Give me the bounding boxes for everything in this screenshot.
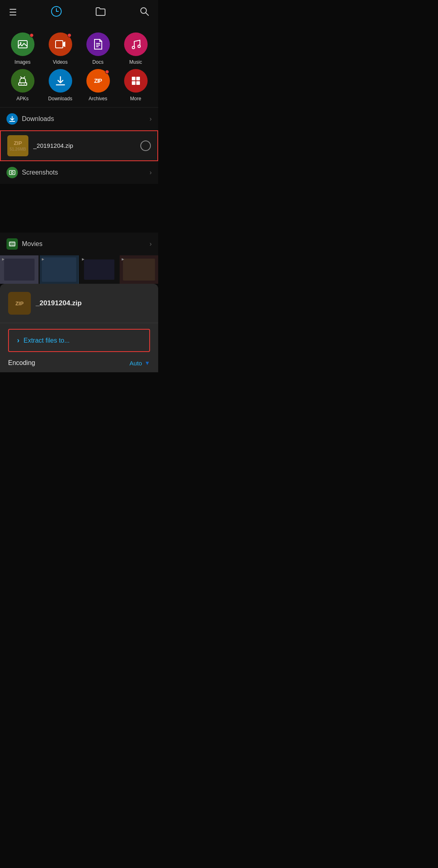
- screenshots-chevron: ›: [150, 169, 152, 176]
- svg-point-15: [24, 84, 25, 84]
- svg-point-14: [21, 84, 21, 84]
- file-select-circle[interactable]: [140, 140, 151, 151]
- more-icon: [124, 69, 148, 93]
- apks-icon: [11, 69, 34, 93]
- svg-point-11: [132, 46, 135, 49]
- movie-thumb-1[interactable]: ▶: [0, 255, 39, 284]
- movies-thumbnails: ▶ ▶ ▶ ▶: [0, 255, 158, 284]
- movies-section-icon: [6, 238, 18, 250]
- svg-text:▶: ▶: [42, 257, 45, 261]
- images-label: Images: [15, 59, 30, 65]
- music-label: Music: [129, 59, 142, 65]
- extract-files-button[interactable]: › Extract files to...: [8, 329, 150, 352]
- videos-icon: [49, 32, 72, 56]
- app-header: ☰: [0, 0, 158, 25]
- movies-section-title: Movies: [22, 240, 43, 248]
- screenshots-section-left: Screenshots: [6, 167, 58, 178]
- screenshots-section-wrapper: Screenshots ›: [0, 161, 158, 184]
- downloads-chevron: ›: [150, 115, 152, 123]
- encoding-dropdown-icon: ▼: [144, 360, 150, 366]
- downloads-section-icon: [6, 113, 18, 125]
- svg-rect-36: [4, 259, 34, 281]
- svg-point-25: [11, 172, 13, 174]
- svg-rect-45: [123, 259, 155, 281]
- movie-thumb-4[interactable]: ▶: [120, 255, 158, 284]
- search-icon[interactable]: [140, 6, 149, 19]
- zip-file-row[interactable]: ZIP 51.26MB _20191204.zip: [0, 130, 158, 161]
- svg-line-4: [146, 13, 148, 16]
- archives-icon: ZIP: [86, 69, 110, 93]
- category-archives[interactable]: ZIP Archives: [81, 69, 115, 101]
- movies-section-header[interactable]: Movies ›: [0, 233, 158, 255]
- svg-rect-7: [56, 41, 63, 48]
- category-more[interactable]: More: [119, 69, 152, 101]
- svg-rect-22: [136, 81, 140, 85]
- zip-thumb-label: ZIP: [14, 140, 22, 146]
- downloads-section-left: Downloads: [6, 113, 54, 125]
- encoding-row: Encoding Auto ▼: [0, 352, 158, 372]
- bottom-sheet-filename: _20191204.zip: [36, 299, 82, 307]
- svg-rect-19: [132, 77, 135, 80]
- category-videos[interactable]: Videos: [43, 32, 77, 65]
- folder-icon[interactable]: [95, 6, 106, 19]
- svg-rect-42: [84, 259, 114, 280]
- category-downloads[interactable]: Downloads: [43, 69, 77, 101]
- screenshots-section-title: Screenshots: [22, 169, 58, 176]
- svg-rect-24: [9, 171, 15, 175]
- docs-icon: [86, 32, 110, 56]
- svg-rect-21: [132, 81, 135, 85]
- downloads-section-title: Downloads: [22, 115, 54, 123]
- category-images[interactable]: Images: [6, 32, 39, 65]
- svg-text:▶: ▶: [2, 257, 5, 261]
- clock-icon[interactable]: [51, 6, 62, 19]
- movies-section-left: Movies: [6, 238, 43, 250]
- movies-section: Movies › ▶ ▶ ▶: [0, 233, 158, 284]
- docs-label: Docs: [92, 59, 103, 65]
- content-spacer: [0, 184, 158, 233]
- extract-files-label: Extract files to...: [24, 337, 70, 344]
- category-grid: Images Videos Docs: [0, 25, 158, 107]
- movie-thumb-2[interactable]: ▶: [40, 255, 78, 284]
- music-icon: [124, 32, 148, 56]
- movie-thumb-3[interactable]: ▶: [80, 255, 118, 284]
- apks-label: APKs: [16, 96, 28, 101]
- svg-rect-5: [18, 41, 27, 48]
- bottom-sheet-header: ZIP _20191204.zip: [0, 292, 158, 323]
- downloads-section-header[interactable]: Downloads ›: [0, 108, 158, 130]
- screenshots-section-header[interactable]: Screenshots ›: [0, 161, 158, 184]
- zip-thumb-size: 51.26MB: [10, 147, 26, 151]
- encoding-value-row[interactable]: Auto ▼: [129, 360, 150, 367]
- file-name: _20191204.zip: [33, 142, 73, 149]
- archives-label: Archives: [88, 96, 107, 101]
- file-info: _20191204.zip: [33, 142, 135, 149]
- downloads-icon: [49, 69, 72, 93]
- downloads-label: Downloads: [48, 96, 72, 101]
- encoding-label: Encoding: [8, 359, 35, 367]
- bottom-sheet-zip-thumb: ZIP: [8, 292, 31, 315]
- encoding-value: Auto: [129, 360, 142, 367]
- category-docs[interactable]: Docs: [81, 32, 115, 65]
- category-music[interactable]: Music: [119, 32, 152, 65]
- bottom-sheet: ZIP _20191204.zip › Extract files to... …: [0, 284, 158, 372]
- more-label: More: [130, 96, 141, 101]
- svg-text:▶: ▶: [122, 257, 125, 261]
- svg-rect-13: [19, 83, 27, 85]
- extract-chevron-icon: ›: [17, 336, 19, 345]
- svg-rect-39: [42, 257, 76, 282]
- svg-rect-20: [136, 77, 140, 80]
- screenshots-section-icon: [6, 167, 18, 178]
- category-apks[interactable]: APKs: [6, 69, 39, 101]
- svg-point-12: [138, 45, 140, 48]
- movies-chevron: ›: [150, 240, 152, 248]
- images-icon: [11, 32, 34, 56]
- svg-point-6: [20, 42, 21, 44]
- menu-icon[interactable]: ☰: [9, 7, 17, 18]
- bottom-sheet-thumb-label: ZIP: [15, 300, 24, 307]
- zip-thumbnail: ZIP 51.26MB: [7, 135, 28, 156]
- svg-text:▶: ▶: [82, 257, 85, 261]
- videos-label: Videos: [53, 59, 67, 65]
